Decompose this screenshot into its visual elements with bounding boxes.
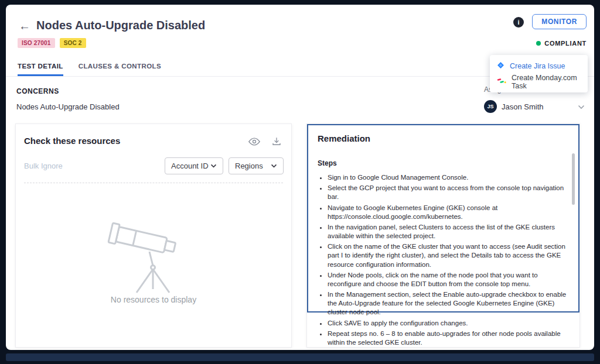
screenshot-root: { "header": { "back": "←", "title": "Nod… — [0, 0, 600, 364]
remediation-box: Remediation Steps Sign in to Google Clou… — [307, 124, 579, 313]
view-eye-icon[interactable] — [248, 136, 261, 147]
remediation-step: Navigate to Google Kubernetes Engine (GK… — [328, 204, 567, 221]
remediation-step: Under Node pools, click on the name of t… — [328, 271, 567, 289]
background-app-strip — [6, 353, 594, 361]
regions-dropdown[interactable]: Regions — [229, 157, 284, 174]
remediation-step: Sign in to Google Cloud Management Conso… — [328, 173, 567, 182]
remediation-card: Remediation Steps Sign in to Google Clou… — [306, 123, 580, 348]
dropdown-label: Regions — [235, 162, 263, 170]
chevron-down-icon — [271, 164, 277, 168]
empty-state-text: No resources to display — [16, 295, 291, 304]
remediation-title: Remediation — [318, 133, 370, 143]
monitor-button[interactable]: MONITOR — [532, 14, 587, 29]
tab-clauses-controls[interactable]: CLAUSES & CONTROLS — [79, 57, 161, 76]
app-window: ← Nodes Auto-Upgrade Disabled i MONITOR … — [6, 5, 594, 350]
remediation-step: In the navigation panel, select Clusters… — [328, 223, 567, 241]
resources-title: Check these resources — [24, 136, 120, 146]
back-button[interactable]: ← — [16, 18, 33, 34]
concern-item: Nodes Auto-Upgrade Disabled — [16, 102, 120, 111]
menu-item-label: Create Monday.com Task — [512, 74, 581, 90]
jira-icon — [497, 61, 504, 71]
badge-soc2: SOC 2 — [60, 38, 86, 48]
bulk-ignore-link[interactable]: Bulk Ignore — [24, 162, 63, 170]
chevron-down-icon — [210, 164, 217, 168]
account-id-dropdown[interactable]: Account ID — [165, 157, 223, 174]
badge-iso27001: ISO 27001 — [18, 38, 55, 48]
status-label: COMPLIANT — [544, 40, 587, 47]
info-icon[interactable]: i — [513, 17, 524, 28]
monday-icon — [497, 77, 506, 86]
chevron-down-icon[interactable] — [578, 101, 585, 112]
tab-test-detail[interactable]: TEST DETAIL — [18, 57, 63, 76]
resources-card: Check these resources Bulk Ignore Accoun… — [15, 123, 292, 348]
menu-item-label: Create Jira Issue — [510, 62, 565, 70]
remediation-step: In the Management section, select the En… — [328, 290, 567, 317]
scrollbar-thumb[interactable] — [572, 153, 575, 205]
dropdown-label: Account ID — [171, 162, 209, 170]
compliance-badges: ISO 27001 SOC 2 — [18, 38, 86, 48]
assignee-dropdown[interactable]: JS Jason Smith — [484, 98, 585, 115]
page-title: Nodes Auto-Upgrade Disabled — [36, 19, 205, 32]
concerns-heading: CONCERNS — [16, 87, 59, 95]
steps-label: Steps — [318, 159, 337, 167]
avatar: JS — [484, 100, 497, 113]
download-icon[interactable] — [270, 136, 283, 147]
actions-menu: Create Jira Issue Create Monday.com Task — [490, 55, 588, 92]
remediation-step: Click on the name of the GKE cluster tha… — [328, 242, 567, 269]
dashed-divider — [24, 183, 283, 183]
remediation-step: Click SAVE to apply the configuration ch… — [328, 319, 567, 328]
remediation-step: Select the GCP project that you want to … — [328, 184, 567, 201]
remediation-step: Repeat steps no. 6 – 8 to enable auto-up… — [328, 329, 567, 347]
assignee-name: Jason Smith — [502, 102, 578, 111]
menu-item-create-jira-issue[interactable]: Create Jira Issue — [490, 58, 588, 74]
status-badge: COMPLIANT — [536, 40, 587, 47]
remediation-steps-list: Sign in to Google Cloud Management Conso… — [319, 173, 567, 349]
menu-item-create-monday-task[interactable]: Create Monday.com Task — [490, 74, 588, 90]
compliant-dot-icon — [536, 41, 541, 46]
telescope-illustration — [104, 211, 203, 298]
